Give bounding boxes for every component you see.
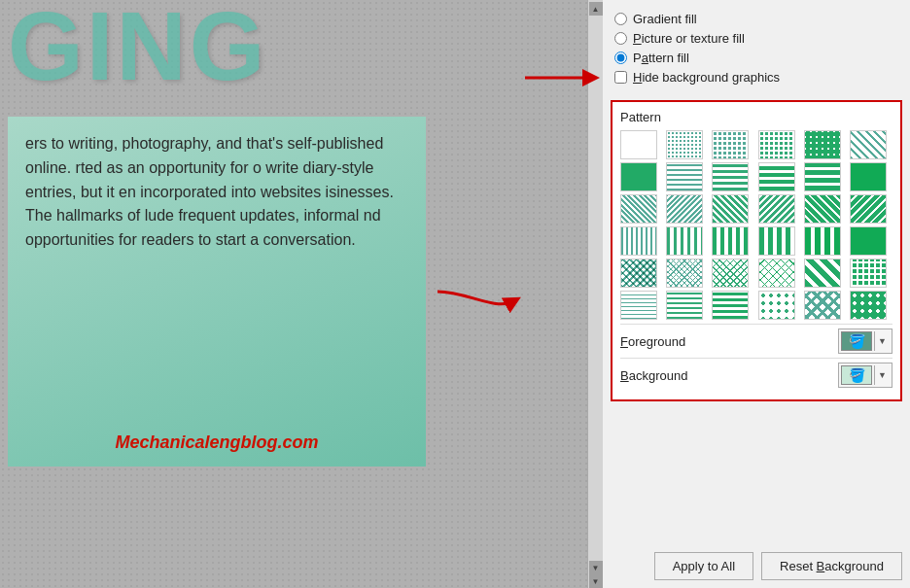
pattern-cell-35[interactable] <box>850 291 887 320</box>
pattern-grid <box>620 130 892 320</box>
foreground-dropdown-arrow[interactable]: ▼ <box>874 331 890 351</box>
pattern-cell-15[interactable] <box>758 194 795 224</box>
pattern-cell-29[interactable] <box>850 259 887 288</box>
background-row: Background 🪣 ▼ <box>620 358 892 392</box>
scroll-up[interactable]: ▲ <box>589 2 603 16</box>
pattern-cell-25[interactable] <box>666 259 703 288</box>
pattern-section-label: Pattern <box>620 110 892 124</box>
pattern-cell-26[interactable] <box>712 259 749 288</box>
pattern-cell-28[interactable] <box>804 259 841 288</box>
apply-to-all-button[interactable]: Apply to All <box>654 552 753 580</box>
picture-fill-row: Picture or texture fill <box>611 31 902 46</box>
foreground-swatch-icon: 🪣 <box>849 333 865 349</box>
pattern-cell-30[interactable] <box>620 291 657 320</box>
pattern-cell-7[interactable] <box>666 162 703 191</box>
background-dropdown-arrow[interactable]: ▼ <box>874 365 890 385</box>
pattern-cell-11[interactable] <box>850 162 887 191</box>
hide-bg-row: Hide background graphics <box>611 70 902 85</box>
scroll-down-1[interactable]: ▼ <box>589 561 603 574</box>
background-swatch-icon: 🪣 <box>849 367 865 383</box>
pattern-cell-12[interactable] <box>620 194 657 224</box>
pattern-cell-1[interactable] <box>666 130 703 159</box>
pattern-cell-19[interactable] <box>666 226 703 256</box>
pattern-cell-13[interactable] <box>666 194 703 224</box>
pattern-cell-27[interactable] <box>758 259 795 288</box>
pattern-cell-33[interactable] <box>758 291 795 320</box>
right-panel: Gradient fill Picture or texture fill Pa… <box>603 0 910 588</box>
pattern-cell-32[interactable] <box>712 291 749 320</box>
foreground-row: Foreground 🪣 ▼ <box>620 324 892 358</box>
pattern-cell-31[interactable] <box>666 291 703 320</box>
gradient-fill-label[interactable]: Gradient fill <box>633 12 697 26</box>
website-url: Mechanicalengblog.com <box>8 430 426 457</box>
red-arrow-pattern <box>525 58 603 97</box>
pattern-cell-14[interactable] <box>712 194 749 224</box>
pattern-cell-0[interactable] <box>620 130 657 159</box>
content-text: ers to writing, photography, and that's … <box>25 132 408 253</box>
pattern-cell-24[interactable] <box>620 259 657 288</box>
pattern-fill-radio[interactable] <box>614 52 627 64</box>
pattern-cell-18[interactable] <box>620 226 657 256</box>
pattern-cell-10[interactable] <box>804 162 841 191</box>
pattern-cell-16[interactable] <box>804 194 841 224</box>
content-box: ers to writing, photography, and that's … <box>8 117 426 467</box>
slide-preview-area: GING ers to writing, photography, and th… <box>0 0 603 588</box>
gradient-fill-row: Gradient fill <box>611 12 902 26</box>
bottom-buttons: Apply to All Reset Background <box>611 544 902 580</box>
pattern-cell-8[interactable] <box>712 162 749 191</box>
pattern-cell-22[interactable] <box>804 226 841 256</box>
pattern-cell-20[interactable] <box>712 226 749 256</box>
background-swatch: 🪣 <box>841 365 872 385</box>
pattern-cell-2[interactable] <box>712 130 749 159</box>
pattern-fill-row: Pattern fill <box>611 51 902 65</box>
background-label: Background <box>620 368 687 383</box>
picture-fill-label[interactable]: Picture or texture fill <box>633 31 745 46</box>
pattern-cell-6[interactable] <box>620 162 657 191</box>
picture-fill-radio[interactable] <box>614 32 627 45</box>
slide-title: GING <box>8 0 268 102</box>
hide-bg-label[interactable]: Hide background graphics <box>633 70 780 85</box>
foreground-label: Foreground <box>620 334 685 349</box>
pattern-fill-label[interactable]: Pattern fill <box>633 51 689 65</box>
fill-options: Gradient fill Picture or texture fill Pa… <box>611 8 902 100</box>
pattern-section: Pattern <box>611 100 902 401</box>
foreground-swatch: 🪣 <box>841 331 872 351</box>
hide-bg-checkbox[interactable] <box>614 71 627 84</box>
red-arrow-grid <box>438 282 525 321</box>
pattern-cell-5[interactable] <box>850 130 887 159</box>
background-color-button[interactable]: 🪣 ▼ <box>838 363 892 388</box>
reset-background-button[interactable]: Reset Background <box>761 552 902 580</box>
pattern-cell-34[interactable] <box>804 291 841 320</box>
scroll-down-2[interactable]: ▼ <box>589 574 603 588</box>
pattern-cell-23[interactable] <box>850 226 887 256</box>
pattern-cell-9[interactable] <box>758 162 795 191</box>
gradient-fill-radio[interactable] <box>614 13 627 25</box>
scroll-track <box>589 16 603 561</box>
pattern-cell-4[interactable] <box>804 130 841 159</box>
pattern-cell-3[interactable] <box>758 130 795 159</box>
foreground-color-button[interactable]: 🪣 ▼ <box>838 329 892 354</box>
pattern-cell-21[interactable] <box>758 226 795 256</box>
pattern-cell-17[interactable] <box>850 194 887 224</box>
